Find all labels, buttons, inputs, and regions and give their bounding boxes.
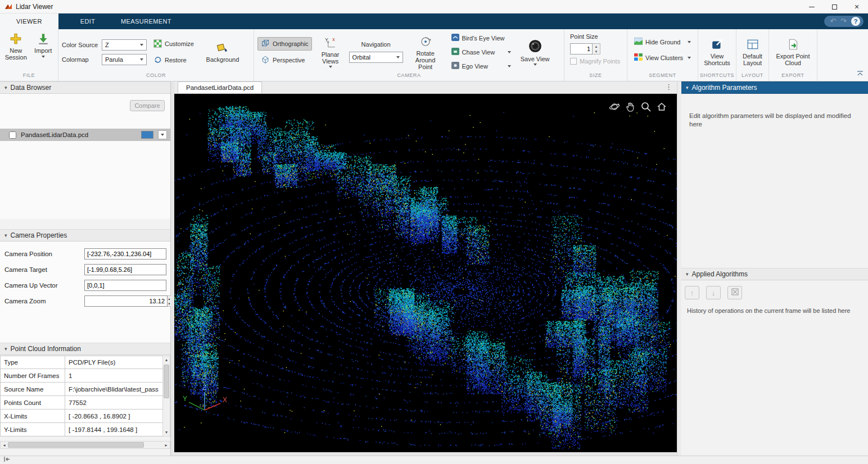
- applied-algorithms-header[interactable]: ▾ Applied Algorithms: [681, 268, 868, 280]
- background-icon: [216, 42, 229, 55]
- file-checkbox[interactable]: [9, 131, 16, 139]
- planar-views-button[interactable]: Yx Planar Views: [317, 35, 344, 69]
- magnify-points-checkbox[interactable]: Magnify Points: [570, 58, 620, 65]
- point-size-label: Point Size: [570, 33, 598, 40]
- pan-icon[interactable]: [624, 101, 636, 113]
- move-up-button[interactable]: ↑: [685, 286, 699, 299]
- swatch-dropdown[interactable]: [158, 130, 167, 139]
- move-down-button[interactable]: ↓: [706, 286, 721, 299]
- point-cloud-information-vscrollbar[interactable]: ▴ ▾: [162, 356, 170, 436]
- color-source-caret-icon: [140, 44, 143, 46]
- camera-zoom-label: Camera Zoom: [0, 298, 84, 304]
- algorithm-parameters-header[interactable]: ▾ Algorithm Parameters: [681, 81, 868, 94]
- color-source-dropdown[interactable]: Z: [102, 39, 147, 51]
- default-layout-button[interactable]: Default Layout: [740, 37, 765, 67]
- scroll-left-icon[interactable]: ◂: [1, 443, 8, 448]
- minimize-icon: [809, 7, 815, 7]
- view-clusters-button[interactable]: View Clusters: [631, 52, 694, 63]
- tab-edit[interactable]: EDIT: [58, 13, 117, 29]
- point-cloud-canvas[interactable]: [174, 94, 677, 452]
- section-label-size: SIZE: [564, 72, 627, 81]
- point-cloud-viewport[interactable]: Z Y X: [174, 94, 677, 452]
- right-splitter[interactable]: [677, 81, 681, 456]
- collapse-applied-algorithms-icon[interactable]: ▾: [686, 271, 689, 277]
- collapse-ribbon-icon[interactable]: [857, 70, 864, 78]
- lidar-viewer-window: Lidar Viewer × VIEWER EDIT MEASUREMENT ↶…: [0, 0, 868, 464]
- collapse-algorithm-parameters-icon[interactable]: ▾: [686, 85, 689, 90]
- camera-zoom-stepper[interactable]: ▲▼: [84, 295, 166, 307]
- ribbon-section-file: New Session Import FILE: [0, 29, 58, 81]
- axis-y-label: Y: [183, 395, 187, 403]
- ego-view-button[interactable]: Ego View: [448, 60, 514, 72]
- camera-zoom-field[interactable]: [84, 295, 168, 307]
- zoom-icon[interactable]: [640, 101, 652, 113]
- restore-icon: [153, 56, 162, 65]
- save-view-button[interactable]: Save View: [519, 38, 551, 67]
- perspective-icon: [261, 55, 270, 65]
- color-swatch[interactable]: [141, 131, 153, 139]
- rotate-around-point-button[interactable]: Rotate Around Point: [408, 33, 443, 71]
- document-tab[interactable]: PandasetLidarData.pcd: [178, 81, 262, 93]
- collapse-point-cloud-information-icon[interactable]: ▾: [4, 346, 7, 352]
- export-point-cloud-button[interactable]: Export Point Cloud: [774, 37, 813, 67]
- navigation-dropdown[interactable]: Orbital: [349, 52, 403, 63]
- point-cloud-file-item[interactable]: PandasetLidarData.pcd: [0, 129, 170, 141]
- scroll-up-icon[interactable]: ▴: [165, 356, 168, 363]
- scroll-down-icon[interactable]: ▾: [165, 429, 168, 436]
- data-browser-body: Compare PandasetLidarData.pcd ◂ ▸: [0, 94, 170, 219]
- point-cloud-information-header[interactable]: ▾ Point Cloud Information: [0, 343, 170, 355]
- data-browser-header[interactable]: ▾ Data Browser: [0, 81, 170, 94]
- ego-view-caret-icon: [508, 65, 511, 67]
- chase-view-caret-icon: [508, 51, 511, 53]
- close-button[interactable]: ×: [846, 0, 868, 13]
- camera-properties-header[interactable]: ▾ Camera Properties: [0, 229, 170, 242]
- applied-algorithms-body: ↑ ↓ History of operations on the current…: [681, 280, 868, 456]
- dock-left-icon[interactable]: [3, 456, 10, 464]
- maximize-button[interactable]: [823, 0, 846, 13]
- collapse-data-browser-icon[interactable]: ▾: [4, 85, 7, 90]
- help-icon[interactable]: ?: [851, 17, 860, 26]
- axis-triad: Z Y X: [181, 383, 233, 421]
- customize-button[interactable]: Customize: [150, 38, 197, 51]
- minimize-button[interactable]: [801, 0, 823, 13]
- hide-ground-button[interactable]: Hide Ground: [631, 36, 694, 48]
- orbit-icon[interactable]: [608, 101, 621, 113]
- import-button[interactable]: Import: [31, 31, 55, 59]
- birds-eye-view-button[interactable]: Bird's Eye View: [448, 32, 514, 44]
- point-size-stepper[interactable]: ▲▼: [570, 43, 600, 54]
- background-button[interactable]: Background: [204, 40, 241, 64]
- camera-target-field[interactable]: [84, 264, 166, 275]
- tab-measurement[interactable]: MEASUREMENT: [117, 13, 175, 29]
- chase-view-button[interactable]: Chase View: [448, 46, 514, 58]
- section-label-file: FILE: [0, 72, 58, 81]
- compare-button[interactable]: Compare: [130, 100, 165, 111]
- scroll-right-icon[interactable]: ▸: [162, 443, 170, 448]
- orthographic-button[interactable]: Orthographic: [257, 37, 312, 51]
- perspective-button[interactable]: Perspective: [257, 53, 312, 67]
- import-icon: [37, 33, 49, 46]
- algorithm-parameters-body: Edit algorithm parameters will be displa…: [681, 94, 868, 268]
- delete-algorithm-button[interactable]: [727, 286, 742, 299]
- point-size-input[interactable]: [570, 43, 593, 54]
- left-panel-hscrollbar[interactable]: ◂ ▸: [0, 441, 170, 449]
- navigation-label: Navigation: [361, 41, 391, 48]
- home-icon[interactable]: [655, 101, 668, 113]
- point-size-up-icon[interactable]: ▲: [593, 44, 600, 49]
- point-size-down-icon[interactable]: ▼: [593, 49, 600, 54]
- planar-views-caret-icon: [329, 66, 332, 68]
- tab-viewer[interactable]: VIEWER: [0, 13, 58, 29]
- colormap-dropdown[interactable]: Parula: [102, 54, 147, 65]
- more-options-icon[interactable]: ⋮: [665, 83, 672, 91]
- view-shortcuts-button[interactable]: View Shortcuts: [702, 37, 733, 67]
- table-row: Y-Limits [ -197.8144 , 199.1648 ]: [1, 423, 162, 436]
- collapse-camera-properties-icon[interactable]: ▾: [4, 233, 7, 238]
- new-session-button[interactable]: New Session: [3, 31, 28, 62]
- undo-icon[interactable]: ↶: [830, 16, 836, 26]
- restore-button[interactable]: Restore: [150, 54, 197, 67]
- ribbon-filler: [817, 29, 868, 81]
- redo-icon[interactable]: ↷: [840, 16, 847, 26]
- file-name-label: PandasetLidarData.pcd: [21, 131, 137, 138]
- camera-position-field[interactable]: [84, 248, 166, 260]
- colormap-caret-icon: [140, 58, 143, 61]
- camera-up-vector-field[interactable]: [84, 280, 166, 291]
